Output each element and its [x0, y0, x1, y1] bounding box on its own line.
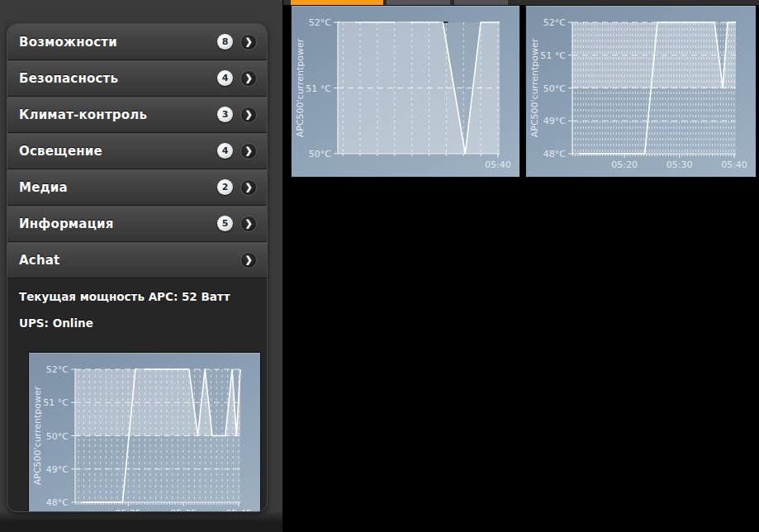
svg-text:50°C: 50°C — [46, 431, 69, 442]
sidebar-item-label: Климат-контроль — [7, 107, 217, 122]
svg-text:APC500'currentpower: APC500'currentpower — [529, 38, 540, 137]
svg-text:49°C: 49°C — [46, 464, 69, 475]
sidebar-item-6[interactable]: Achat❯ — [7, 242, 267, 278]
svg-text:05:35: 05:35 — [170, 508, 197, 512]
sidebar-item-label: Освещение — [7, 144, 217, 159]
svg-text:48°C: 48°C — [543, 149, 566, 159]
item-count-badge: 4 — [217, 70, 233, 86]
item-count-badge: 4 — [217, 143, 233, 159]
sidebar-item-5[interactable]: Информация5❯ — [7, 206, 267, 242]
svg-text:51 °C: 51 °C — [43, 397, 69, 408]
sidebar-item-label: Achat — [7, 253, 240, 268]
chevron-right-icon: ❯ — [240, 143, 257, 159]
svg-text:05:45: 05:45 — [225, 508, 252, 512]
svg-text:05:40: 05:40 — [485, 159, 511, 170]
chevron-right-icon: ❯ — [240, 34, 257, 50]
svg-text:50°C: 50°C — [543, 83, 566, 94]
sidebar-item-label: Медиа — [7, 180, 217, 195]
item-count-badge: 3 — [217, 107, 233, 122]
svg-text:52°C: 52°C — [309, 17, 331, 28]
power-graph-tile-1: 52°C51 °C50°C05:40APC500'currentpower — [291, 5, 520, 178]
svg-text:05:30: 05:30 — [666, 159, 693, 170]
apc-power-status: Текущая мощность APC: 52 Ватт — [19, 290, 267, 303]
item-count-badge: 2 — [217, 179, 233, 195]
screen: Возможности8❯Безопасность4❯Климат-контро… — [0, 0, 759, 532]
sidebar-item-1[interactable]: Безопасность4❯ — [7, 60, 267, 97]
svg-text:APC500'currentpower: APC500'currentpower — [295, 38, 306, 137]
item-count-badge: 8 — [217, 34, 233, 50]
power-graph-tile-2: 52°C51 °C50°C49°C48°C05:2005:3005:40APC5… — [525, 5, 757, 178]
svg-text:52°C: 52°C — [543, 17, 566, 28]
svg-text:05:20: 05:20 — [611, 159, 638, 170]
sidebar-panel: Возможности8❯Безопасность4❯Климат-контро… — [7, 23, 268, 512]
chevron-right-icon: ❯ — [240, 107, 257, 123]
ups-power-graph: 52°C51 °C50°C49°C48°C05:2505:3505:45APC5… — [28, 352, 261, 512]
sidebar-item-0[interactable]: Возможности8❯ — [7, 24, 267, 60]
ups-status: UPS: Online — [19, 316, 267, 330]
chevron-right-icon: ❯ — [240, 179, 257, 196]
svg-text:05:40: 05:40 — [721, 159, 747, 170]
info-section: Текущая мощность APC: 52 Ватт UPS: Onlin… — [7, 278, 267, 330]
sidebar-item-label: Информация — [7, 216, 217, 231]
chevron-right-icon: ❯ — [240, 70, 257, 87]
sidebar-item-3[interactable]: Освещение4❯ — [7, 133, 267, 169]
svg-text:05:25: 05:25 — [115, 508, 141, 512]
sidebar-item-label: Безопасность — [7, 71, 217, 86]
svg-text:APC500'currentpower: APC500'currentpower — [32, 386, 43, 485]
sidebar-menu: Возможности8❯Безопасность4❯Климат-контро… — [7, 24, 267, 278]
svg-text:49°C: 49°C — [543, 116, 566, 126]
svg-text:52°C: 52°C — [46, 364, 69, 375]
sidebar: Возможности8❯Безопасность4❯Климат-контро… — [0, 0, 282, 532]
sidebar-item-label: Возможности — [7, 35, 217, 50]
svg-text:48°C: 48°C — [46, 497, 69, 508]
chevron-right-icon: ❯ — [240, 252, 257, 268]
sidebar-item-4[interactable]: Медиа2❯ — [7, 169, 267, 206]
svg-text:50°C: 50°C — [309, 149, 331, 159]
svg-text:51 °C: 51 °C — [540, 50, 566, 61]
chevron-right-icon: ❯ — [240, 216, 257, 232]
item-count-badge: 5 — [217, 216, 233, 231]
svg-text:51 °C: 51 °C — [306, 83, 331, 94]
sidebar-item-2[interactable]: Климат-контроль3❯ — [7, 97, 267, 133]
